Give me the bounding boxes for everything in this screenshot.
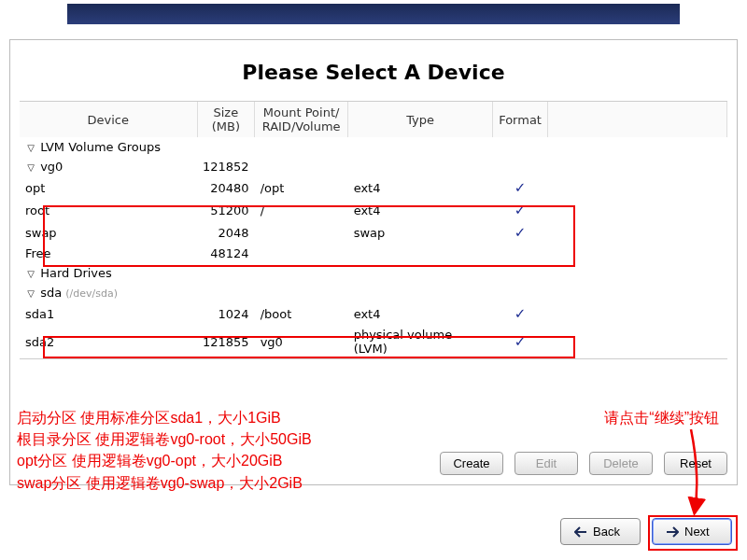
group-vg0[interactable]: ▽ vg0 121852 <box>20 157 727 176</box>
group-hd[interactable]: ▽ Hard Drives <box>20 263 727 283</box>
col-device[interactable]: Device <box>20 102 197 137</box>
reset-button[interactable]: Reset <box>664 452 727 475</box>
row-free[interactable]: Free48124 <box>20 244 727 263</box>
row-root[interactable]: root51200/ext4✓ <box>20 199 727 221</box>
top-banner <box>67 4 680 24</box>
col-type[interactable]: Type <box>348 102 493 137</box>
chevron-down-icon: ▽ <box>25 143 36 153</box>
row-swap[interactable]: swap2048swap✓ <box>20 221 727 244</box>
chevron-down-icon: ▽ <box>25 269 36 279</box>
check-icon: ✓ <box>514 305 527 322</box>
delete-button[interactable]: Delete <box>589 452 653 475</box>
check-icon: ✓ <box>514 179 527 196</box>
device-table: Device Size (MB) Mount Point/ RAID/Volum… <box>20 102 727 358</box>
col-mount[interactable]: Mount Point/ RAID/Volume <box>255 102 348 137</box>
chevron-down-icon: ▽ <box>25 288 36 299</box>
check-icon: ✓ <box>514 202 527 218</box>
page-title: Please Select A Device <box>10 40 737 101</box>
group-lvm[interactable]: ▽ LVM Volume Groups <box>20 137 727 157</box>
col-size[interactable]: Size (MB) <box>197 102 255 137</box>
col-format[interactable]: Format <box>493 102 548 137</box>
back-button[interactable]: Back <box>560 518 641 545</box>
check-icon: ✓ <box>514 333 527 350</box>
row-opt[interactable]: opt20480/optext4✓ <box>20 176 727 199</box>
annotation-left: 启动分区 使用标准分区sda1，大小1GiB 根目录分区 使用逻辑卷vg0-ro… <box>17 407 312 494</box>
annotation-right: 请点击“继续”按钮 <box>604 407 719 428</box>
arrow-right-icon <box>666 526 679 538</box>
next-button[interactable]: Next <box>652 518 732 545</box>
check-icon: ✓ <box>514 224 527 241</box>
row-sda2[interactable]: sda2121855vg0physical volume (LVM)✓ <box>20 325 727 358</box>
edit-button[interactable]: Edit <box>514 452 578 475</box>
arrow-left-icon <box>574 526 587 538</box>
nav-button-row: Back Next <box>560 518 732 545</box>
group-sda[interactable]: ▽ sda (/dev/sda) <box>20 283 727 302</box>
row-sda1[interactable]: sda11024/bootext4✓ <box>20 302 727 325</box>
create-button[interactable]: Create <box>440 452 503 475</box>
chevron-down-icon: ▽ <box>25 162 36 173</box>
